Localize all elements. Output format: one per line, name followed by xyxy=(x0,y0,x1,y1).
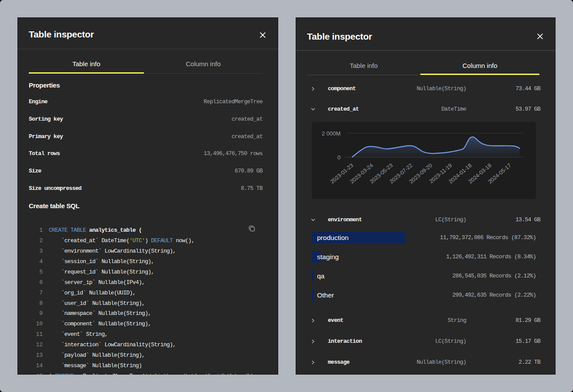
svg-text:0: 0 xyxy=(338,154,341,161)
svg-text:2 000M: 2 000M xyxy=(322,130,341,137)
